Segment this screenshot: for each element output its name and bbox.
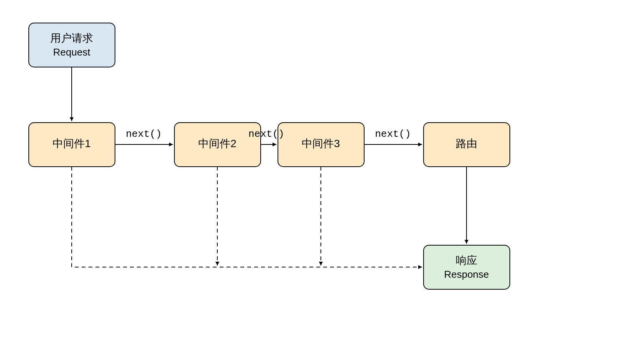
edge-mw1-to-response: [72, 167, 422, 267]
middleware-3-label: 中间件3: [302, 138, 340, 149]
edge-label-next-3: next(): [375, 128, 411, 140]
response-title: 响应: [456, 254, 477, 266]
request-subtitle: Request: [53, 46, 91, 58]
node-route: 路由: [424, 123, 510, 167]
middleware-2-label: 中间件2: [198, 138, 237, 149]
response-subtitle: Response: [444, 269, 489, 280]
node-middleware-3: 中间件3: [278, 123, 364, 167]
edge-label-next-2: next(): [248, 128, 284, 140]
edge-label-next-1: next(): [126, 128, 162, 140]
node-middleware-2: 中间件2: [174, 123, 261, 167]
node-middleware-1: 中间件1: [29, 123, 115, 167]
middleware-flow-diagram: 用户请求 Request 中间件1 中间件2 中间件3 路由 响应 Respon…: [0, 0, 644, 341]
svg-rect-5: [424, 245, 510, 289]
node-request: 用户请求 Request: [29, 23, 115, 67]
svg-rect-0: [29, 23, 115, 67]
route-label: 路由: [456, 138, 477, 149]
node-response: 响应 Response: [424, 245, 510, 289]
request-title: 用户请求: [50, 32, 93, 44]
middleware-1-label: 中间件1: [53, 138, 91, 149]
